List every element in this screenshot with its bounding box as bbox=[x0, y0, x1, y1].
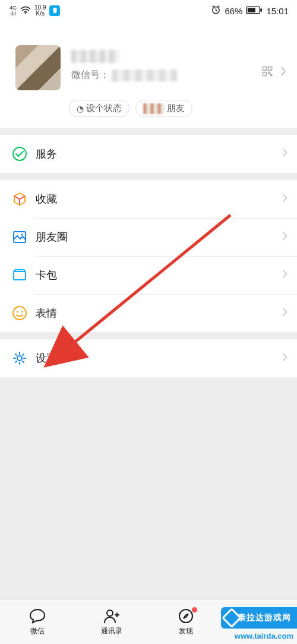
avatar[interactable] bbox=[15, 45, 61, 90]
status-right: 66% 15:01 bbox=[211, 5, 289, 17]
settings-icon bbox=[12, 351, 27, 366]
row-label: 朋友圈 bbox=[36, 230, 282, 244]
chat-icon bbox=[29, 607, 46, 625]
row-moments[interactable]: 朋友圈 bbox=[0, 218, 297, 256]
cards-icon bbox=[12, 267, 27, 283]
tab-contacts[interactable]: 通讯录 bbox=[74, 599, 148, 644]
profile-header: 微信号： ◔ 设个状态 朋友 bbox=[0, 21, 297, 128]
favorites-icon bbox=[12, 191, 27, 207]
friends-status-pill[interactable]: 朋友 bbox=[135, 100, 192, 117]
svg-point-17 bbox=[17, 356, 22, 361]
tab-label: 微信 bbox=[30, 626, 45, 636]
stickers-icon bbox=[12, 305, 27, 321]
wifi-icon bbox=[20, 6, 31, 16]
chevron-right-icon bbox=[280, 66, 286, 79]
app-notification-icon bbox=[49, 5, 60, 16]
chevron-right-icon bbox=[282, 148, 287, 160]
row-label: 卡包 bbox=[36, 268, 282, 282]
tab-label: 发现 bbox=[179, 626, 193, 636]
profile-info: 微信号： bbox=[71, 50, 261, 81]
svg-point-16 bbox=[21, 311, 23, 313]
svg-point-0 bbox=[25, 12, 26, 14]
battery-percent: 66% bbox=[225, 6, 242, 16]
svg-point-15 bbox=[17, 311, 18, 313]
status-pills: ◔ 设个状态 朋友 bbox=[0, 90, 297, 117]
svg-rect-6 bbox=[268, 67, 272, 71]
wechat-id-redacted bbox=[112, 70, 177, 81]
chevron-right-icon bbox=[282, 269, 287, 281]
profile-row[interactable]: 微信号： bbox=[0, 45, 297, 90]
row-label: 设置 bbox=[36, 351, 282, 365]
set-status-pill[interactable]: ◔ 设个状态 bbox=[69, 100, 129, 117]
network-indicator: 4G ılıl bbox=[10, 5, 17, 17]
watermark-brand: 泰拉达游戏网 bbox=[238, 613, 291, 623]
globe-icon: ◔ bbox=[77, 104, 84, 113]
tab-label: 通讯录 bbox=[101, 626, 122, 636]
profile-actions bbox=[261, 65, 286, 80]
wechat-id-row: 微信号： bbox=[71, 69, 261, 81]
svg-rect-5 bbox=[263, 67, 267, 71]
row-favorites[interactable]: 收藏 bbox=[0, 180, 297, 218]
svg-point-18 bbox=[107, 610, 113, 616]
profile-name-redacted bbox=[71, 50, 119, 63]
row-cards[interactable]: 卡包 bbox=[0, 256, 297, 294]
discover-icon bbox=[177, 607, 195, 625]
friends-label: 朋友 bbox=[167, 103, 185, 114]
alarm-icon bbox=[211, 5, 221, 17]
chevron-right-icon bbox=[282, 307, 287, 319]
svg-point-14 bbox=[13, 307, 26, 320]
friends-count-redacted bbox=[143, 103, 165, 114]
chevron-right-icon bbox=[282, 352, 287, 364]
group-services: 服务 bbox=[0, 135, 297, 173]
svg-rect-8 bbox=[268, 72, 270, 74]
status-bar: 4G ılıl 10.9 K/s 66% 15:01 bbox=[0, 0, 297, 21]
row-services[interactable]: 服务 bbox=[0, 135, 297, 173]
svg-rect-9 bbox=[270, 74, 272, 76]
watermark-url: www.tairda.com bbox=[235, 632, 293, 640]
services-icon bbox=[12, 146, 27, 162]
wechat-id-label: 微信号： bbox=[71, 69, 109, 81]
svg-rect-13 bbox=[14, 272, 26, 280]
row-settings[interactable]: 设置 bbox=[0, 339, 297, 377]
group-features: 收藏 朋友圈 卡包 表情 bbox=[0, 180, 297, 332]
chevron-right-icon bbox=[282, 193, 287, 205]
svg-rect-3 bbox=[248, 8, 255, 12]
notification-dot-icon bbox=[192, 607, 197, 613]
network-gen: 4G bbox=[10, 5, 17, 11]
tab-discover[interactable]: 发现 bbox=[148, 599, 223, 644]
net-speed: 10.9 K/s bbox=[34, 5, 46, 17]
battery-icon bbox=[246, 6, 263, 16]
contacts-icon bbox=[103, 607, 121, 625]
moments-icon bbox=[12, 229, 27, 245]
svg-rect-7 bbox=[263, 72, 267, 76]
watermark-logo: 泰拉达游戏网 bbox=[221, 607, 297, 629]
tab-chats[interactable]: 微信 bbox=[0, 599, 74, 644]
row-label: 表情 bbox=[36, 306, 282, 320]
row-stickers[interactable]: 表情 bbox=[0, 294, 297, 332]
row-label: 服务 bbox=[36, 147, 282, 161]
row-label: 收藏 bbox=[36, 192, 282, 206]
signal-bars-icon: ılıl bbox=[11, 11, 16, 17]
svg-rect-4 bbox=[261, 8, 263, 12]
status-left: 4G ılıl 10.9 K/s bbox=[10, 5, 60, 17]
clock-time: 15:01 bbox=[266, 6, 289, 16]
svg-point-10 bbox=[13, 147, 26, 160]
qr-code-icon[interactable] bbox=[261, 65, 273, 80]
svg-point-12 bbox=[21, 234, 23, 236]
svg-point-19 bbox=[179, 610, 192, 623]
group-settings: 设置 bbox=[0, 339, 297, 377]
set-status-label: 设个状态 bbox=[86, 103, 122, 114]
chevron-right-icon bbox=[282, 231, 287, 243]
